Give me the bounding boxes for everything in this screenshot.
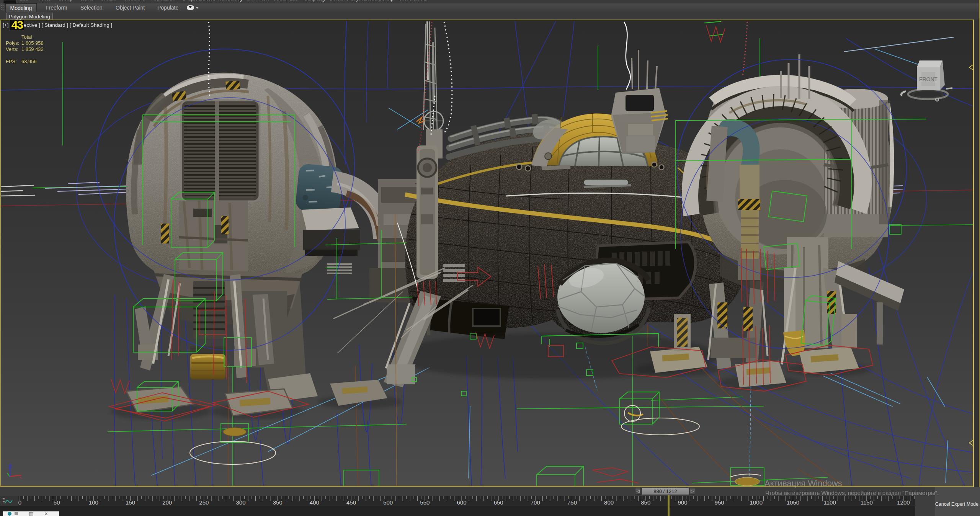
svg-text:800: 800 (604, 499, 614, 506)
svg-text:400: 400 (310, 499, 319, 506)
svg-text:600: 600 (457, 499, 466, 506)
svg-text:1150: 1150 (861, 499, 873, 506)
svg-text:700: 700 (531, 499, 540, 506)
svg-text:0: 0 (18, 499, 21, 506)
svg-text:500: 500 (383, 499, 393, 506)
svg-text:50: 50 (54, 499, 60, 506)
svg-text:950: 950 (715, 499, 724, 506)
svg-text:1050: 1050 (787, 499, 799, 506)
svg-text:1000: 1000 (750, 499, 763, 506)
svg-text:100: 100 (89, 499, 98, 506)
svg-text:550: 550 (420, 499, 430, 506)
svg-text:450: 450 (346, 499, 356, 506)
svg-text:250: 250 (199, 499, 209, 506)
svg-text:150: 150 (126, 499, 135, 506)
svg-text:1100: 1100 (823, 499, 836, 506)
svg-text:650: 650 (494, 499, 503, 506)
svg-text:FRONT: FRONT (919, 76, 938, 82)
svg-text:900: 900 (678, 499, 687, 506)
svg-text:1200: 1200 (897, 499, 910, 506)
svg-text:300: 300 (236, 499, 245, 506)
svg-text:750: 750 (567, 499, 577, 506)
svg-text:200: 200 (162, 499, 172, 506)
svg-text:850: 850 (641, 499, 650, 506)
svg-text:350: 350 (273, 499, 283, 506)
